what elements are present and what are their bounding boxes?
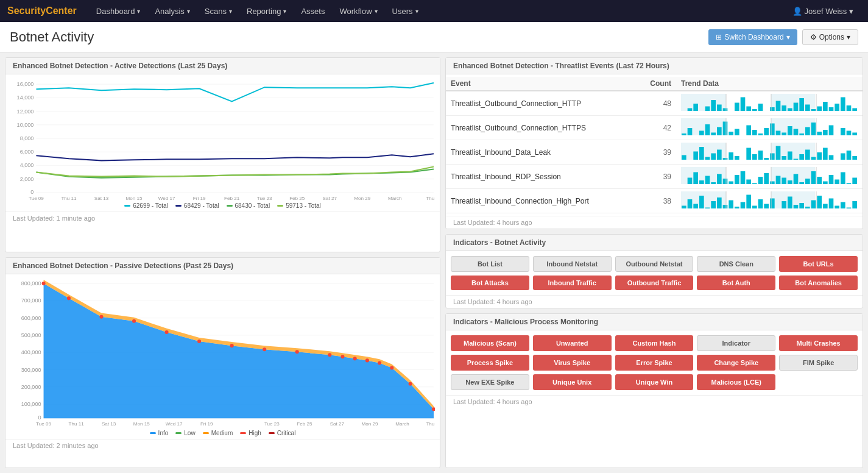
header-actions: ⊞ Switch Dashboard ▾ ⚙ Options ▾: [708, 29, 858, 45]
threatlist-row[interactable]: Threatlist_Inbound_RDP_Session39: [446, 165, 863, 189]
active-chart-body: 16,000 14,000 12,000 10,000 8,000 6,000 …: [5, 74, 440, 212]
malicious-indicator-button[interactable]: Multi Crashes: [779, 335, 858, 351]
svg-rect-95: [770, 107, 775, 111]
user-menu[interactable]: 👤 Josef Weiss ▾: [785, 7, 861, 16]
svg-text:500,000: 500,000: [21, 332, 41, 338]
main-content: Enhanced Botnet Detection - Active Detec…: [0, 52, 868, 473]
svg-text:10,000: 10,000: [17, 122, 34, 128]
svg-text:14,000: 14,000: [17, 94, 34, 101]
svg-rect-143: [852, 133, 857, 136]
svg-rect-248: [847, 208, 852, 209]
svg-point-57: [230, 344, 234, 347]
malicious-indicator-button[interactable]: New EXE Spike: [451, 374, 529, 390]
nav-scans[interactable]: Scans: [197, 0, 239, 22]
botnet-indicator-button[interactable]: Bot Attacks: [451, 276, 529, 290]
svg-text:Thu 11: Thu 11: [61, 196, 77, 200]
grid-icon: ⊞: [716, 33, 722, 41]
malicious-indicator-button[interactable]: FIM Spike: [779, 355, 858, 371]
legend-color-59713: [277, 205, 283, 207]
botnet-indicators-grid: Bot ListInbound NetstatOutbound NetstatD…: [446, 251, 863, 295]
svg-rect-157: [723, 158, 728, 160]
threatlist-row[interactable]: Threatlist_Inbound_Data_Leak39: [446, 140, 863, 165]
brand-logo[interactable]: SecurityCenter: [7, 5, 77, 16]
brand-center: Center: [46, 5, 77, 16]
threatlist-count: 42: [637, 116, 676, 140]
svg-rect-237: [782, 201, 786, 208]
svg-marker-49: [44, 283, 434, 418]
threatlist-row[interactable]: Threatlist_Inbound_Connection_High_Port3…: [446, 189, 863, 213]
nav-dashboard[interactable]: Dashboard: [89, 0, 148, 22]
svg-text:Sat 27: Sat 27: [323, 196, 337, 200]
threatlist-row[interactable]: Threatlist_Outbound_Connection_HTTPS42: [446, 116, 863, 140]
botnet-indicator-button[interactable]: Bot URLs: [779, 256, 858, 272]
svg-rect-224: [699, 196, 704, 208]
passive-chart-legend: Info Low Medium High: [10, 430, 435, 436]
botnet-indicator-button[interactable]: Bot Anomalies: [779, 276, 858, 290]
svg-rect-151: [682, 155, 686, 160]
malicious-indicator-button[interactable]: Unique Win: [615, 374, 694, 390]
botnet-indicator-button[interactable]: Outbound Netstat: [615, 256, 694, 272]
malicious-indicator-button[interactable]: Unwanted: [533, 335, 612, 351]
malicious-indicator-button[interactable]: Malicious (LCE): [697, 374, 775, 390]
svg-rect-227: [717, 197, 722, 208]
svg-rect-140: [829, 126, 834, 136]
svg-rect-191: [723, 179, 728, 184]
svg-rect-225: [705, 208, 710, 209]
svg-rect-161: [752, 154, 757, 160]
svg-rect-202: [788, 180, 792, 184]
nav-analysis[interactable]: Analysis: [147, 0, 197, 22]
malicious-indicator-button[interactable]: Virus Spike: [533, 355, 612, 371]
botnet-indicator-button[interactable]: Outbound Traffic: [615, 276, 694, 290]
svg-rect-107: [841, 98, 845, 112]
svg-rect-166: [782, 156, 786, 160]
switch-dashboard-button[interactable]: ⊞ Switch Dashboard ▾: [708, 29, 797, 45]
botnet-indicator-button[interactable]: Bot List: [451, 256, 529, 272]
malicious-indicator-button[interactable]: Custom Hash: [615, 335, 694, 351]
malicious-indicator-button[interactable]: Change Spike: [697, 355, 775, 371]
svg-rect-213: [852, 178, 857, 185]
svg-text:Sat 13: Sat 13: [94, 196, 109, 200]
options-button[interactable]: ⚙ Options ▾: [802, 29, 858, 45]
svg-text:Mon 29: Mon 29: [361, 421, 378, 427]
nav-assets[interactable]: Assets: [294, 0, 332, 22]
threatlist-row[interactable]: Threatlist_Outbound_Connection_HTTP48: [446, 91, 863, 116]
nav-users[interactable]: Users: [385, 0, 426, 22]
legend-low: Low: [175, 430, 195, 436]
nav-workflow[interactable]: Workflow: [332, 0, 384, 22]
svg-rect-240: [799, 203, 804, 208]
botnet-indicator-button[interactable]: Inbound Netstat: [533, 256, 612, 272]
svg-rect-153: [699, 147, 704, 160]
svg-rect-211: [841, 172, 845, 185]
svg-rect-210: [834, 180, 839, 185]
svg-rect-101: [805, 105, 810, 112]
malicious-indicator-button[interactable]: Error Spike: [615, 355, 694, 371]
malicious-indicator-button[interactable]: Malicious (Scan): [451, 335, 529, 351]
top-navigation: SecurityCenter Dashboard Analysis Scans …: [0, 0, 868, 22]
malicious-indicator-button[interactable]: Indicator: [697, 335, 775, 351]
malicious-indicators-footer: Last Updated: 4 hours ago: [446, 395, 863, 408]
svg-rect-174: [829, 155, 834, 160]
svg-rect-230: [735, 207, 739, 208]
botnet-indicator-button[interactable]: DNS Clean: [697, 256, 775, 272]
svg-rect-105: [829, 107, 834, 111]
malicious-indicator-button[interactable]: Process Spike: [451, 355, 529, 371]
svg-rect-195: [746, 180, 751, 185]
page-title: Botnet Activity: [10, 29, 94, 45]
svg-rect-117: [682, 133, 686, 135]
svg-rect-208: [823, 182, 828, 185]
nav-reporting[interactable]: Reporting: [239, 0, 294, 22]
svg-point-53: [99, 315, 103, 319]
threatlist-footer: Last Updated: 4 hours ago: [446, 216, 863, 229]
botnet-indicator-button[interactable]: Inbound Traffic: [533, 276, 612, 290]
svg-point-51: [42, 282, 46, 285]
svg-rect-162: [758, 151, 763, 160]
svg-text:Mon 29: Mon 29: [354, 196, 370, 200]
svg-rect-222: [688, 199, 693, 208]
svg-rect-160: [746, 148, 751, 160]
svg-rect-108: [847, 105, 852, 111]
svg-rect-169: [799, 154, 804, 160]
svg-rect-165: [776, 146, 781, 160]
botnet-indicators-title: Indicators - Botnet Activity: [446, 235, 863, 251]
malicious-indicator-button[interactable]: Unique Unix: [533, 374, 612, 390]
botnet-indicator-button[interactable]: Bot Auth: [697, 276, 775, 290]
